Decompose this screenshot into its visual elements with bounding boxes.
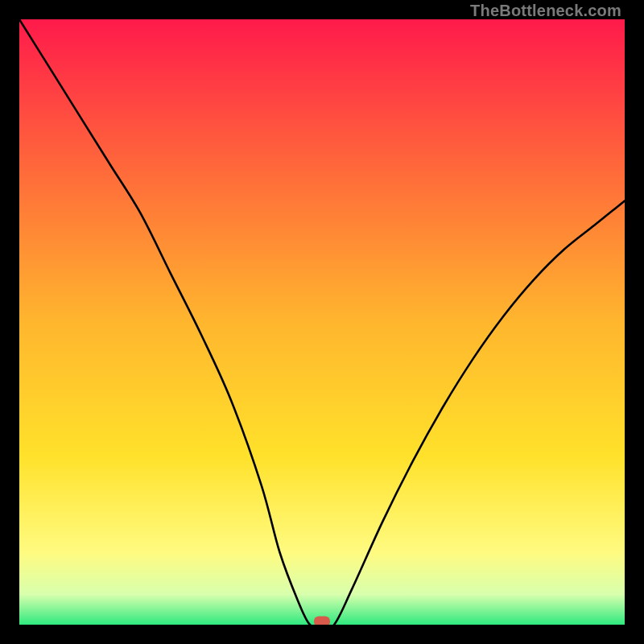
watermark-text: TheBottleneck.com [470, 2, 621, 20]
bottleneck-chart [19, 19, 625, 625]
gradient-background [19, 19, 625, 625]
outer-frame: TheBottleneck.com [0, 0, 644, 644]
optimal-marker [314, 617, 330, 625]
